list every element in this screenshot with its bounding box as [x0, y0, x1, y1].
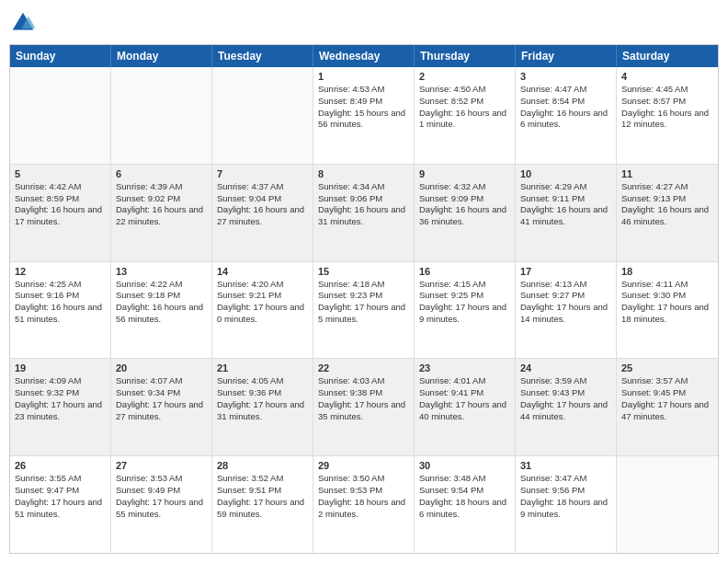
calendar-cell: 10Sunrise: 4:29 AMSunset: 9:11 PMDayligh…: [516, 165, 617, 261]
day-number: 18: [621, 266, 713, 277]
day-number: 23: [419, 362, 510, 373]
day-number: 10: [520, 168, 611, 179]
day-info: Sunrise: 4:39 AMSunset: 9:02 PMDaylight:…: [116, 181, 207, 228]
header: [9, 9, 719, 37]
day-info: Sunrise: 3:55 AMSunset: 9:47 PMDaylight:…: [15, 473, 106, 520]
day-info: Sunrise: 3:48 AMSunset: 9:54 PMDaylight:…: [419, 473, 510, 520]
day-number: 19: [15, 362, 106, 373]
day-info: Sunrise: 4:03 AMSunset: 9:38 PMDaylight:…: [318, 375, 409, 422]
weekday-header: Monday: [111, 45, 212, 67]
calendar-cell: 3Sunrise: 4:47 AMSunset: 8:54 PMDaylight…: [516, 67, 617, 164]
day-number: 2: [419, 71, 510, 82]
calendar-cell: 24Sunrise: 3:59 AMSunset: 9:43 PMDayligh…: [516, 359, 617, 455]
day-info: Sunrise: 4:13 AMSunset: 9:27 PMDaylight:…: [520, 279, 611, 326]
weekday-header: Sunday: [10, 45, 111, 67]
day-info: Sunrise: 4:07 AMSunset: 9:34 PMDaylight:…: [116, 375, 207, 422]
day-number: 22: [318, 362, 409, 373]
day-info: Sunrise: 4:11 AMSunset: 9:30 PMDaylight:…: [621, 279, 713, 326]
weekday-header: Friday: [516, 45, 617, 67]
calendar-row: 5Sunrise: 4:42 AMSunset: 8:59 PMDaylight…: [10, 164, 718, 261]
day-info: Sunrise: 4:32 AMSunset: 9:09 PMDaylight:…: [419, 181, 510, 228]
calendar-cell: 5Sunrise: 4:42 AMSunset: 8:59 PMDaylight…: [10, 165, 111, 261]
calendar-cell: 20Sunrise: 4:07 AMSunset: 9:34 PMDayligh…: [111, 359, 212, 455]
calendar-cell: [212, 67, 313, 164]
calendar-cell: [10, 67, 111, 164]
calendar-cell: 2Sunrise: 4:50 AMSunset: 8:52 PMDaylight…: [415, 67, 516, 164]
day-info: Sunrise: 4:05 AMSunset: 9:36 PMDaylight:…: [217, 375, 308, 422]
day-number: 29: [318, 460, 409, 471]
calendar-cell: 12Sunrise: 4:25 AMSunset: 9:16 PMDayligh…: [10, 262, 111, 359]
day-number: 5: [15, 168, 106, 179]
calendar-cell: 31Sunrise: 3:47 AMSunset: 9:56 PMDayligh…: [516, 456, 617, 553]
logo: [9, 9, 40, 37]
day-number: 26: [15, 460, 106, 471]
calendar-cell: 13Sunrise: 4:22 AMSunset: 9:18 PMDayligh…: [111, 262, 212, 359]
day-info: Sunrise: 4:15 AMSunset: 9:25 PMDaylight:…: [419, 279, 510, 326]
day-info: Sunrise: 4:18 AMSunset: 9:23 PMDaylight:…: [318, 279, 409, 326]
day-number: 11: [621, 168, 713, 179]
day-number: 9: [419, 168, 510, 179]
day-number: 21: [217, 362, 308, 373]
day-number: 16: [419, 266, 510, 277]
day-info: Sunrise: 4:01 AMSunset: 9:41 PMDaylight:…: [419, 375, 510, 422]
day-info: Sunrise: 3:57 AMSunset: 9:45 PMDaylight:…: [621, 375, 713, 422]
day-number: 20: [116, 362, 207, 373]
calendar-cell: 30Sunrise: 3:48 AMSunset: 9:54 PMDayligh…: [415, 456, 516, 553]
day-number: 12: [15, 266, 106, 277]
page: SundayMondayTuesdayWednesdayThursdayFrid…: [0, 0, 728, 563]
calendar-row: 1Sunrise: 4:53 AMSunset: 8:49 PMDaylight…: [10, 67, 718, 164]
day-number: 13: [116, 266, 207, 277]
day-number: 4: [621, 71, 713, 82]
calendar-body: 1Sunrise: 4:53 AMSunset: 8:49 PMDaylight…: [10, 67, 718, 553]
day-info: Sunrise: 3:47 AMSunset: 9:56 PMDaylight:…: [520, 473, 611, 520]
day-info: Sunrise: 4:50 AMSunset: 8:52 PMDaylight:…: [419, 84, 510, 131]
day-number: 14: [217, 266, 308, 277]
day-info: Sunrise: 4:34 AMSunset: 9:06 PMDaylight:…: [318, 181, 409, 228]
day-info: Sunrise: 4:22 AMSunset: 9:18 PMDaylight:…: [116, 279, 207, 326]
calendar-cell: 28Sunrise: 3:52 AMSunset: 9:51 PMDayligh…: [212, 456, 313, 553]
calendar-cell: 25Sunrise: 3:57 AMSunset: 9:45 PMDayligh…: [617, 359, 718, 455]
day-info: Sunrise: 4:42 AMSunset: 8:59 PMDaylight:…: [15, 181, 106, 228]
day-info: Sunrise: 4:25 AMSunset: 9:16 PMDaylight:…: [15, 279, 106, 326]
day-number: 31: [520, 460, 611, 471]
calendar-cell: 14Sunrise: 4:20 AMSunset: 9:21 PMDayligh…: [212, 262, 313, 359]
day-info: Sunrise: 4:20 AMSunset: 9:21 PMDaylight:…: [217, 279, 308, 326]
calendar-row: 19Sunrise: 4:09 AMSunset: 9:32 PMDayligh…: [10, 358, 718, 455]
calendar-cell: 11Sunrise: 4:27 AMSunset: 9:13 PMDayligh…: [617, 165, 718, 261]
day-info: Sunrise: 4:27 AMSunset: 9:13 PMDaylight:…: [621, 181, 713, 228]
day-number: 28: [217, 460, 308, 471]
day-number: 15: [318, 266, 409, 277]
day-number: 30: [419, 460, 510, 471]
day-number: 3: [520, 71, 611, 82]
calendar-row: 26Sunrise: 3:55 AMSunset: 9:47 PMDayligh…: [10, 455, 718, 553]
calendar-cell: [617, 456, 718, 553]
day-number: 17: [520, 266, 611, 277]
day-info: Sunrise: 4:53 AMSunset: 8:49 PMDaylight:…: [318, 84, 409, 131]
calendar-cell: 26Sunrise: 3:55 AMSunset: 9:47 PMDayligh…: [10, 456, 111, 553]
calendar: SundayMondayTuesdayWednesdayThursdayFrid…: [9, 44, 719, 554]
calendar-cell: 17Sunrise: 4:13 AMSunset: 9:27 PMDayligh…: [516, 262, 617, 359]
day-info: Sunrise: 4:09 AMSunset: 9:32 PMDaylight:…: [15, 375, 106, 422]
weekday-header: Tuesday: [212, 45, 313, 67]
day-info: Sunrise: 4:29 AMSunset: 9:11 PMDaylight:…: [520, 181, 611, 228]
calendar-cell: 27Sunrise: 3:53 AMSunset: 9:49 PMDayligh…: [111, 456, 212, 553]
calendar-cell: 8Sunrise: 4:34 AMSunset: 9:06 PMDaylight…: [313, 165, 415, 261]
calendar-cell: 16Sunrise: 4:15 AMSunset: 9:25 PMDayligh…: [415, 262, 516, 359]
calendar-cell: 22Sunrise: 4:03 AMSunset: 9:38 PMDayligh…: [313, 359, 415, 455]
calendar-cell: 18Sunrise: 4:11 AMSunset: 9:30 PMDayligh…: [617, 262, 718, 359]
day-number: 1: [318, 71, 409, 82]
calendar-cell: 15Sunrise: 4:18 AMSunset: 9:23 PMDayligh…: [313, 262, 415, 359]
calendar-cell: 29Sunrise: 3:50 AMSunset: 9:53 PMDayligh…: [313, 456, 415, 553]
day-info: Sunrise: 3:50 AMSunset: 9:53 PMDaylight:…: [318, 473, 409, 520]
day-number: 27: [116, 460, 207, 471]
day-number: 8: [318, 168, 409, 179]
weekday-header: Thursday: [415, 45, 516, 67]
day-info: Sunrise: 4:47 AMSunset: 8:54 PMDaylight:…: [520, 84, 611, 131]
calendar-cell: 19Sunrise: 4:09 AMSunset: 9:32 PMDayligh…: [10, 359, 111, 455]
day-info: Sunrise: 3:59 AMSunset: 9:43 PMDaylight:…: [520, 375, 611, 422]
day-number: 24: [520, 362, 611, 373]
calendar-cell: 21Sunrise: 4:05 AMSunset: 9:36 PMDayligh…: [212, 359, 313, 455]
calendar-header: SundayMondayTuesdayWednesdayThursdayFrid…: [10, 45, 718, 67]
day-number: 6: [116, 168, 207, 179]
calendar-cell: 23Sunrise: 4:01 AMSunset: 9:41 PMDayligh…: [415, 359, 516, 455]
